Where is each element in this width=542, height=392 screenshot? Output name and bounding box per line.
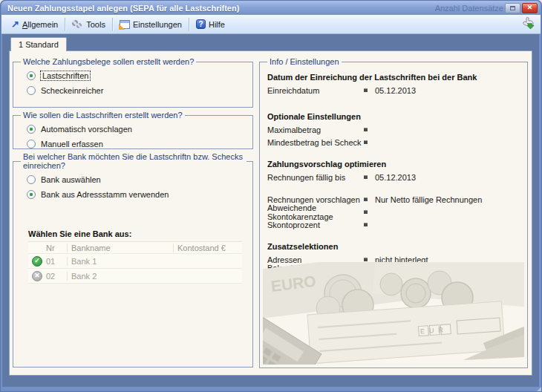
- info-value: 05.12.2013: [375, 86, 416, 95]
- info-row-faellig-bis: Rechnungen fällig bis 05.12.2013: [267, 171, 521, 183]
- info-value: nicht hinterlegt: [375, 255, 428, 264]
- check-icon: ✓: [32, 256, 42, 267]
- gears-icon: [72, 19, 83, 30]
- tab-standard[interactable]: 1 Standard: [10, 37, 67, 51]
- group-bank: Bei welcher Bank möchten Sie die Lastsch…: [13, 152, 253, 368]
- radio-icon[interactable]: [27, 175, 36, 184]
- cross-icon: ✕: [32, 271, 42, 281]
- info-row-mindestbetrag: Mindestbetrag bei Scheck: [267, 136, 521, 148]
- info-heading: Datum der Einreichung der Lastschriften …: [267, 73, 521, 82]
- cell-bankname: Bank 1: [67, 257, 173, 266]
- radio-label-bank-adressstamm: Bank aus Adressstamm verwenden: [41, 190, 169, 199]
- exit-hand-icon: [520, 16, 536, 32]
- settings-window-icon: [120, 20, 130, 29]
- radio-icon[interactable]: [27, 71, 36, 80]
- cell-nr: 01: [46, 257, 67, 266]
- menu-einstellungen[interactable]: Einstellungen: [114, 19, 187, 30]
- radio-icon[interactable]: [27, 86, 36, 95]
- titlebar-watermark-text: Anzahl Datensätze: [435, 4, 503, 13]
- group-bank-legend: Bei welcher Bank möchten Sie die Lastsch…: [21, 152, 246, 170]
- radio-row-lastschriften[interactable]: Lastschriften: [27, 70, 246, 81]
- titlebar: Neuen Zahlungsstapel anlegen (SEPA für a…: [1, 1, 541, 15]
- info-heading: Optionale Einstellungen: [267, 112, 521, 121]
- bullet-icon: [364, 197, 368, 201]
- bullet-icon: [364, 128, 368, 131]
- arrow-up-right-icon: ↗: [11, 19, 19, 29]
- info-row-skontoprozent: Skontoprozent: [267, 218, 521, 231]
- bullet-icon: [364, 223, 368, 226]
- column-nr: Nr: [46, 244, 67, 252]
- info-row-maximalbetrag: Maximalbetrag: [267, 123, 521, 136]
- column-kontostand: Kontostand €: [173, 244, 238, 252]
- menu-hilfe-label: Hilfe: [209, 20, 225, 29]
- group-erstellart-legend: Wie sollen die Lastschriften erstellt we…: [21, 111, 185, 120]
- info-label: Belegdaten Warenwirtschaft: [267, 264, 364, 281]
- info-heading: Zahlungsvorschlag optimieren: [267, 160, 521, 169]
- menu-einstellungen-label: Einstellungen: [133, 20, 182, 29]
- bullet-icon: [364, 175, 368, 179]
- toolbar-separator: [65, 18, 65, 31]
- dialog-window: Neuen Zahlungsstapel anlegen (SEPA für a…: [0, 0, 542, 392]
- radio-row-manuell[interactable]: Manuell erfassen: [27, 138, 246, 149]
- group-info-einstellungen: Info / Einstellungen Datum der Einreichu…: [259, 57, 528, 368]
- info-label: Abweichende Skontokarenztage: [267, 203, 364, 221]
- menu-hilfe[interactable]: ? Hilfe: [191, 18, 230, 30]
- menu-allgemein-label: Allgemein: [22, 20, 58, 29]
- radio-row-automatisch[interactable]: Automatisch vorschlagen: [27, 123, 246, 134]
- menu-tools[interactable]: Tools: [67, 18, 111, 31]
- menu-allgemein[interactable]: ↗ Allgemein: [6, 18, 63, 30]
- tab-page: Welche Zahlungsbelege sollen erstellt we…: [9, 50, 532, 376]
- bullet-icon: [364, 270, 368, 274]
- radio-icon[interactable]: [27, 190, 36, 199]
- workspace: 1 Standard Welche Zahlungsbelege sollen …: [2, 34, 539, 387]
- info-row-belegdaten: Belegdaten Warenwirtschaft nicht hinterl…: [267, 266, 521, 278]
- menu-tools-label: Tools: [86, 20, 105, 29]
- group-zahlungsbelege-legend: Welche Zahlungsbelege sollen erstellt we…: [21, 57, 196, 66]
- tab-standard-label: 1 Standard: [19, 40, 59, 49]
- cell-nr: 02: [46, 272, 67, 281]
- restore-button[interactable]: [505, 3, 520, 13]
- info-label: Mindestbetrag bei Scheck: [267, 138, 364, 147]
- radio-icon[interactable]: [27, 140, 36, 148]
- bullet-icon: [364, 210, 368, 214]
- toolbar-separator: [112, 18, 113, 31]
- window-title: Neuen Zahlungsstapel anlegen (SEPA für a…: [7, 4, 239, 13]
- info-label: Maximalbetrag: [267, 125, 364, 134]
- bank-table: Nr Bankname Kontostand € ✓ 01 Bank 1 ✕ 0…: [28, 241, 242, 284]
- bank-table-header: Nr Bankname Kontostand €: [28, 242, 242, 254]
- radio-label-bank-auswaehlen: Bank auswählen: [41, 175, 101, 184]
- radio-label-manuell: Manuell erfassen: [41, 140, 103, 148]
- info-heading: Zusatzselektionen: [267, 242, 521, 251]
- info-row-skontokarenztage: Abweichende Skontokarenztage: [267, 206, 521, 218]
- resize-grip[interactable]: [537, 387, 541, 391]
- group-info-legend: Info / Einstellungen: [267, 57, 342, 66]
- radio-row-scheckeinreicher[interactable]: Scheckeinreicher: [27, 85, 246, 96]
- group-zahlungsbelege: Welche Zahlungsbelege sollen erstellt we…: [13, 57, 253, 108]
- toolbar: ↗ Allgemein Tools Einstellungen ? Hilfe: [1, 15, 541, 34]
- bullet-icon: [364, 258, 368, 261]
- radio-label-lastschriften: Lastschriften: [41, 71, 90, 80]
- close-button[interactable]: ✕: [522, 3, 538, 13]
- radio-label-scheckeinreicher: Scheckeinreicher: [41, 86, 103, 95]
- radio-icon[interactable]: [27, 125, 36, 134]
- bullet-icon: [364, 88, 368, 92]
- exit-button[interactable]: [520, 16, 536, 33]
- info-row-einreichdatum: Einreichdatum 05.12.2013: [267, 84, 521, 97]
- help-icon: ?: [196, 19, 206, 29]
- table-row[interactable]: ✓ 01 Bank 1: [28, 254, 242, 269]
- bullet-icon: [364, 140, 368, 144]
- info-value: nicht hinterlegt: [375, 268, 428, 277]
- toolbar-separator: [189, 18, 189, 31]
- column-bankname: Bankname: [67, 244, 173, 252]
- close-icon: ✕: [527, 4, 533, 11]
- radio-row-bank-adressstamm[interactable]: Bank aus Adressstamm verwenden: [27, 189, 246, 200]
- info-value: 05.12.2013: [375, 173, 416, 182]
- restore-icon: [510, 6, 515, 10]
- radio-row-bank-auswaehlen[interactable]: Bank auswählen: [27, 174, 246, 185]
- info-label: Rechnungen fällig bis: [267, 173, 364, 182]
- cell-bankname: Bank 2: [67, 272, 173, 281]
- group-erstellart: Wie sollen die Lastschriften erstellt we…: [13, 111, 253, 149]
- radio-label-automatisch: Automatisch vorschlagen: [41, 125, 132, 134]
- table-row[interactable]: ✕ 02 Bank 2: [28, 269, 242, 284]
- info-label: Einreichdatum: [267, 86, 364, 95]
